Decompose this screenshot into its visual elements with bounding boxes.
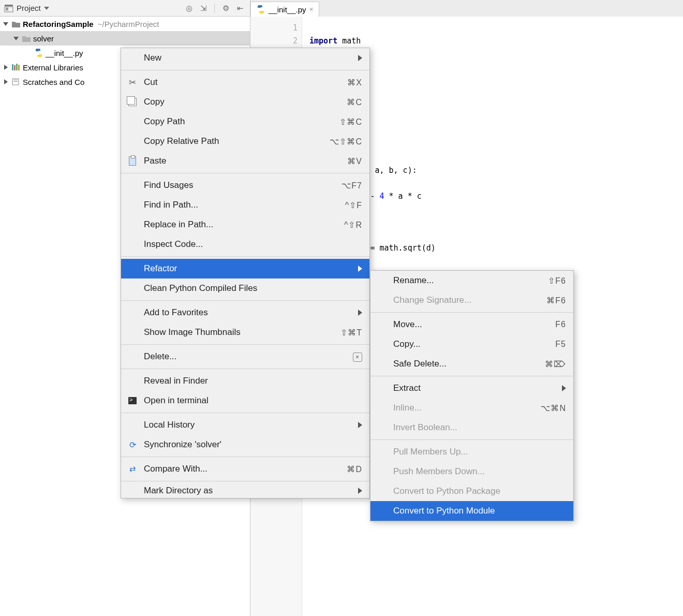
menu-cut[interactable]: Cut⌘X xyxy=(121,72,369,92)
svg-rect-2 xyxy=(6,8,8,9)
submenu-arrow-icon xyxy=(358,266,362,272)
svg-rect-4 xyxy=(12,64,13,70)
menu-separator xyxy=(121,70,369,70)
menu-local-history[interactable]: Local History xyxy=(121,415,369,435)
menu-clean-compiled[interactable]: Clean Python Compiled Files xyxy=(121,278,369,298)
project-tool-header: Project ◎ ⇲ ⚙ ⇤ xyxy=(0,0,250,16)
submenu-invert-boolean: Invert Boolean... xyxy=(370,418,573,437)
submenu-arrow-icon xyxy=(358,310,362,316)
svg-rect-9 xyxy=(13,80,18,80)
menu-copy-path[interactable]: Copy Path⇧⌘C xyxy=(121,112,369,131)
menu-separator xyxy=(121,481,369,481)
submenu-move[interactable]: Move...F6 xyxy=(370,315,573,334)
sync-icon: ⟳ xyxy=(127,439,138,450)
libraries-icon xyxy=(11,63,21,71)
menu-show-thumbnails[interactable]: Show Image Thumbnails⇧⌘T xyxy=(121,322,369,342)
menu-separator xyxy=(370,439,573,440)
submenu-extract[interactable]: Extract xyxy=(370,378,573,398)
python-file-icon xyxy=(256,5,265,14)
menu-separator xyxy=(121,173,369,173)
tab-label: __init__.py xyxy=(269,5,306,14)
root-name: RefactoringSample xyxy=(23,20,94,28)
gear-icon[interactable]: ⚙ xyxy=(220,3,231,14)
svg-rect-0 xyxy=(5,5,13,6)
menu-refactor[interactable]: Refactor xyxy=(121,259,369,278)
collapse-all-icon[interactable]: ⇲ xyxy=(198,3,209,14)
line-number: 2 xyxy=(250,35,298,48)
compare-icon: ⇄ xyxy=(127,464,138,474)
svg-rect-3 xyxy=(6,9,8,10)
file-label: __init__.py xyxy=(46,49,83,57)
menu-mark-directory-as[interactable]: Mark Directory as xyxy=(121,483,369,498)
menu-delete[interactable]: Delete...× xyxy=(121,347,369,366)
terminal-icon xyxy=(127,395,138,406)
submenu-arrow-icon xyxy=(562,385,566,391)
scratches-icon xyxy=(11,78,21,86)
root-path: ~/PycharmProject xyxy=(98,20,159,28)
copy-icon xyxy=(127,97,138,107)
submenu-rename[interactable]: Rename...⇧F6 xyxy=(370,271,573,290)
menu-separator xyxy=(370,312,573,313)
submenu-convert-to-package: Convert to Python Package xyxy=(370,481,573,501)
project-label[interactable]: Project xyxy=(17,4,41,12)
menu-paste[interactable]: Paste⌘V xyxy=(121,151,369,171)
svg-rect-7 xyxy=(18,65,20,70)
toolbar: Project ◎ ⇲ ⚙ ⇤ __init__.py × xyxy=(0,0,683,17)
ext-libs-label: External Libraries xyxy=(23,63,83,72)
scratches-label: Scratches and Co xyxy=(23,78,84,86)
menu-find-usages[interactable]: Find Usages⌥F7 xyxy=(121,175,369,195)
menu-separator xyxy=(121,256,369,257)
menu-synchronize[interactable]: ⟳Synchronize 'solver' xyxy=(121,435,369,454)
scissors-icon xyxy=(127,77,138,87)
menu-new[interactable]: New xyxy=(121,48,369,68)
menu-separator xyxy=(121,413,369,413)
tree-root[interactable]: RefactoringSample ~/PycharmProject xyxy=(0,17,250,31)
menu-separator xyxy=(121,344,369,345)
menu-separator xyxy=(121,369,369,369)
menu-inspect-code[interactable]: Inspect Code... xyxy=(121,234,369,254)
svg-rect-6 xyxy=(16,64,18,70)
menu-reveal-in-finder[interactable]: Reveal in Finder xyxy=(121,371,369,391)
menu-find-in-path[interactable]: Find in Path...^⇧F xyxy=(121,195,369,215)
svg-rect-5 xyxy=(14,65,16,70)
editor-tabs: __init__.py × xyxy=(250,0,683,17)
submenu-change-signature: Change Signature...⌘F6 xyxy=(370,290,573,310)
submenu-pull-members-up: Pull Members Up... xyxy=(370,442,573,462)
folder-label: solver xyxy=(33,34,54,43)
paste-icon xyxy=(127,156,138,166)
svg-rect-10 xyxy=(13,81,18,82)
scroll-from-source-icon[interactable]: ◎ xyxy=(183,3,195,14)
submenu-arrow-icon xyxy=(358,488,362,494)
menu-replace-in-path[interactable]: Replace in Path...^⇧R xyxy=(121,215,369,234)
submenu-convert-to-module[interactable]: Convert to Python Module xyxy=(370,501,573,521)
submenu-arrow-icon xyxy=(358,422,362,428)
delete-key-icon: × xyxy=(353,353,362,362)
folder-icon xyxy=(11,20,21,28)
menu-copy[interactable]: Copy⌘C xyxy=(121,92,369,112)
menu-copy-relative-path[interactable]: Copy Relative Path⌥⇧⌘C xyxy=(121,131,369,151)
hide-icon[interactable]: ⇤ xyxy=(234,3,246,14)
menu-separator xyxy=(121,300,369,301)
menu-compare-with[interactable]: ⇄Compare With...⌘D xyxy=(121,459,369,479)
menu-separator xyxy=(121,457,369,457)
folder-icon xyxy=(22,35,31,42)
submenu-arrow-icon xyxy=(358,55,362,61)
editor-tab[interactable]: __init__.py × xyxy=(250,2,319,17)
python-file-icon xyxy=(34,48,43,57)
project-view-dropdown-icon[interactable] xyxy=(44,7,49,10)
close-tab-icon[interactable]: × xyxy=(309,5,314,13)
submenu-inline: Inline...⌥⌘N xyxy=(370,398,573,418)
toolbar-separator xyxy=(214,4,215,13)
line-number: 1 xyxy=(250,22,298,35)
submenu-safe-delete[interactable]: Safe Delete...⌘⌦ xyxy=(370,354,573,374)
submenu-copy[interactable]: Copy...F5 xyxy=(370,334,573,354)
menu-add-to-favorites[interactable]: Add to Favorites xyxy=(121,303,369,322)
project-structure-icon xyxy=(4,4,13,12)
context-menu: New Cut⌘X Copy⌘C Copy Path⇧⌘C Copy Relat… xyxy=(121,48,370,498)
menu-open-in-terminal[interactable]: Open in terminal xyxy=(121,391,369,410)
menu-separator xyxy=(370,376,573,376)
submenu-push-members-down: Push Members Down... xyxy=(370,462,573,481)
tree-folder-solver[interactable]: solver xyxy=(0,31,250,46)
refactor-submenu: Rename...⇧F6 Change Signature...⌘F6 Move… xyxy=(370,270,574,521)
